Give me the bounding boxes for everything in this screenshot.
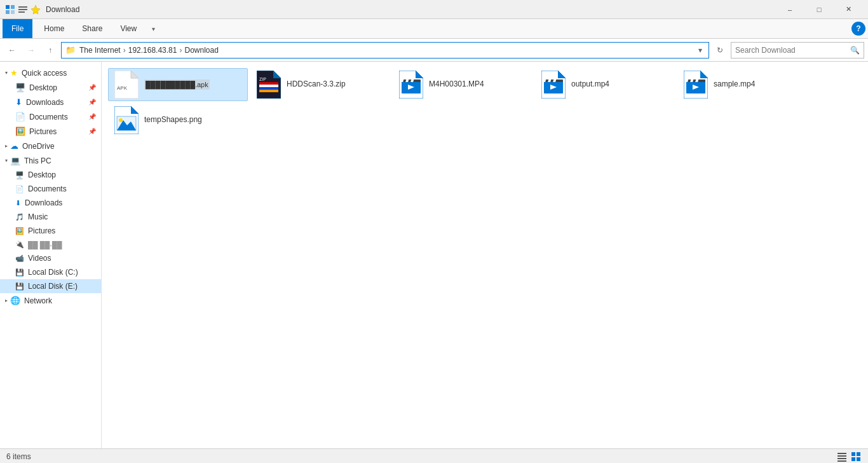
status-bar: 6 items (0, 448, 868, 463)
sidebar-section-network[interactable]: ▸ 🌐 Network (0, 293, 101, 308)
file-item-zip[interactable]: ZIP HDDScan-3.3.zip (250, 68, 390, 101)
file-area[interactable]: APK ██████████.apk ZIP (102, 62, 868, 448)
svg-rect-48 (837, 458, 846, 459)
apk-file-icon: APK (114, 71, 139, 99)
svg-rect-46 (837, 453, 846, 454)
onedrive-arrow: ▸ (5, 143, 8, 149)
sidebar-item-pictures-pc[interactable]: 🖼️ Pictures (0, 224, 101, 238)
tab-share[interactable]: Share (73, 19, 111, 38)
close-button[interactable]: ✕ (834, 0, 863, 19)
sidebar-section-quick-access[interactable]: ▾ ★ Quick access (0, 66, 101, 80)
ribbon-tabs: File Home Share View ▾ ? (0, 19, 868, 38)
mp4-sample-file-icon (684, 71, 708, 99)
file-item-mp4-sample[interactable]: sample.mp4 (677, 68, 817, 101)
sidebar-item-documents-quick[interactable]: 📄 Documents 📌 (0, 109, 101, 124)
file-item-mp4-output[interactable]: output.mp4 (535, 68, 675, 101)
sidebar-onedrive-label: OneDrive (22, 142, 96, 151)
search-input[interactable] (735, 46, 850, 55)
file-item-mp4-m4h[interactable]: M4H00301.MP4 (393, 68, 532, 101)
svg-rect-51 (857, 452, 860, 456)
downloads-icon-quick: ⬇ (15, 97, 22, 107)
tab-file[interactable]: File (3, 19, 32, 38)
sidebar-downloads-pc-label: Downloads (25, 198, 62, 207)
path-dropdown-icon[interactable]: ▾ (696, 46, 705, 55)
mp4-sample-file-icon-wrapper (683, 72, 709, 97)
network-drive-icon: 🔌 (15, 240, 24, 249)
tab-view[interactable]: View (111, 19, 146, 38)
sidebar-item-pictures-quick[interactable]: 🖼️ Pictures 📌 (0, 124, 101, 139)
details-view-icon[interactable] (836, 451, 848, 462)
sidebar-item-network-drive[interactable]: 🔌 ██ ██-██ (0, 238, 101, 251)
file-item-png[interactable]: tempShapes.png (108, 104, 248, 137)
large-icons-view-icon[interactable] (850, 451, 862, 462)
svg-rect-50 (851, 452, 855, 456)
svg-rect-53 (857, 457, 860, 461)
address-bar: ← → ↑ 📁 The Internet › 192.168.43.81 › D… (0, 39, 868, 62)
downloads-pc-icon: ⬇ (15, 199, 21, 207)
sidebar-item-videos[interactable]: 📹 Videos (0, 251, 101, 265)
sidebar-item-music[interactable]: 🎵 Music (0, 210, 101, 224)
sidebar-local-c-label: Local Disk (C:) (28, 268, 78, 277)
up-button[interactable]: ↑ (42, 42, 58, 59)
path-segment-internet[interactable]: The Internet (79, 46, 121, 55)
mp4-m4h-file-icon (399, 71, 423, 99)
file-grid: APK ██████████.apk ZIP (108, 68, 862, 137)
svg-point-45 (119, 118, 123, 122)
svg-rect-13 (259, 85, 278, 87)
maximize-button[interactable]: □ (804, 0, 834, 19)
search-box[interactable]: 🔍 (731, 42, 864, 59)
sidebar-item-local-e[interactable]: 💾 Local Disk (E:) (0, 279, 101, 293)
refresh-button[interactable]: ↻ (712, 42, 728, 59)
svg-rect-1 (11, 5, 15, 9)
sidebar-quick-access-label: Quick access (22, 69, 96, 78)
documents-pc-icon: 📄 (15, 185, 24, 193)
sidebar-item-documents-pc[interactable]: 📄 Documents (0, 182, 101, 196)
this-pc-icon: 💻 (10, 156, 20, 165)
status-right (836, 451, 862, 462)
zip-file-name: HDDScan-3.3.zip (287, 79, 346, 90)
help-button[interactable]: ? (851, 22, 865, 36)
sidebar-this-pc-label: This PC (24, 156, 96, 165)
sidebar-item-desktop-pc[interactable]: 🖥️ Desktop (0, 168, 101, 182)
svg-rect-15 (259, 90, 278, 92)
svg-marker-8 (131, 71, 139, 78)
svg-rect-6 (18, 11, 25, 13)
sidebar-section-this-pc[interactable]: ▾ 💻 This PC (0, 153, 101, 168)
sidebar-music-label: Music (28, 212, 48, 221)
sidebar-videos-label: Videos (28, 254, 51, 263)
forward-button[interactable]: → (23, 42, 39, 59)
videos-icon: 📹 (15, 254, 24, 263)
sidebar-section-onedrive[interactable]: ▸ ☁ OneDrive (0, 139, 101, 153)
mp4-sample-file-name: sample.mp4 (714, 79, 755, 90)
back-button[interactable]: ← (4, 42, 20, 59)
svg-rect-3 (11, 10, 15, 14)
sidebar-desktop-pc-label: Desktop (28, 170, 56, 179)
pin-documents-icon: 📌 (88, 113, 96, 120)
sidebar-item-downloads-quick[interactable]: ⬇ Downloads 📌 (0, 95, 101, 109)
pin-downloads-icon: 📌 (88, 99, 96, 106)
sidebar-pictures-pc-label: Pictures (28, 226, 55, 235)
tab-home[interactable]: Home (35, 19, 73, 38)
address-path[interactable]: 📁 The Internet › 192.168.43.81 › Downloa… (61, 42, 709, 59)
svg-rect-49 (837, 460, 846, 462)
svg-text:APK: APK (117, 85, 128, 91)
onedrive-icon: ☁ (10, 141, 18, 151)
sidebar-documents-pc-label: Documents (28, 184, 67, 193)
search-icon[interactable]: 🔍 (850, 46, 860, 55)
sidebar-item-desktop-quick[interactable]: 🖥️ Desktop 📌 (0, 80, 101, 95)
sidebar-desktop-quick-label: Desktop (29, 83, 57, 92)
sidebar-item-downloads-pc[interactable]: ⬇ Downloads (0, 196, 101, 210)
sidebar-item-local-c[interactable]: 💾 Local Disk (C:) (0, 265, 101, 279)
apk-file-name: ██████████.apk (144, 79, 210, 90)
sidebar-network-label: Network (24, 296, 96, 305)
file-item-apk[interactable]: APK ██████████.apk (108, 68, 248, 101)
title-bar-icons (5, 4, 41, 15)
path-segment-ip[interactable]: 192.168.43.81 (128, 46, 177, 55)
ribbon-expand-icon[interactable]: ▾ (148, 24, 158, 34)
minimize-button[interactable]: – (775, 0, 804, 19)
desktop-icon: 🖥️ (15, 83, 25, 92)
svg-rect-12 (259, 82, 278, 85)
window-controls[interactable]: – □ ✕ (775, 0, 863, 19)
path-segment-download[interactable]: Download (184, 46, 218, 55)
sidebar-local-e-label: Local Disk (E:) (28, 282, 78, 291)
